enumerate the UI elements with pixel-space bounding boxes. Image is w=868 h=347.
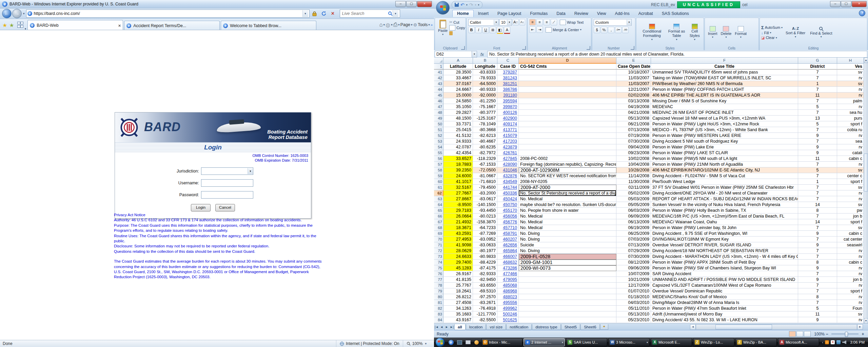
header-cell[interactable]: Case ID: [497, 64, 519, 69]
scroll-left-icon[interactable]: ◄: [690, 324, 696, 330]
refresh-button[interactable]: [320, 9, 328, 18]
case-open-date-cell[interactable]: 11/03/2007: [616, 81, 651, 87]
taskbar-button-dropdown-icon[interactable]: ▾: [562, 341, 563, 344]
vertical-scrollbar[interactable]: ▲ ▼: [864, 58, 868, 324]
latitude-cell[interactable]: 33.6527: [443, 156, 473, 162]
district-cell[interactable]: 7: [798, 127, 837, 133]
case-open-date-cell[interactable]: 06/21/2008: [616, 121, 651, 127]
district-cell[interactable]: 14: [798, 202, 837, 208]
latitude-cell[interactable]: 48.1500: [443, 116, 473, 121]
row-header-43[interactable]: 43: [434, 81, 443, 87]
case-open-date-cell[interactable]: 06/13/2009: [616, 219, 651, 225]
vessel-cell[interactable]: rv: [837, 294, 864, 300]
row-header-70[interactable]: 70: [434, 237, 443, 242]
latitude-cell[interactable]: 41.5132: [443, 133, 473, 139]
case-open-date-cell[interactable]: 04/19/2008: [616, 104, 651, 110]
longitude-cell[interactable]: -158.3870: [473, 219, 497, 225]
fill-color-button[interactable]: ◧: [497, 27, 503, 34]
vessel-cell[interactable]: sea: [837, 139, 864, 144]
longitude-cell[interactable]: -82.9450: [473, 277, 497, 283]
latitude-cell[interactable]: 33.7371: [443, 121, 473, 127]
longitude-cell[interactable]: -82.7972: [473, 150, 497, 156]
vessel-cell[interactable]: sport f: [837, 179, 864, 185]
column-header-C[interactable]: C: [497, 58, 519, 64]
case-id-link[interactable]: 434549: [497, 179, 519, 185]
decrease-indent-button[interactable]: ⇤: [529, 26, 536, 33]
case-title-cell[interactable]: 406 MHZ EPIRB/ THE ALERT IS IN GUATEMALA…: [651, 93, 798, 98]
cancel-button[interactable]: Cancel: [215, 204, 235, 211]
case-open-date-cell[interactable]: 06/09/2009: [616, 213, 651, 219]
row-header-50[interactable]: 50: [434, 121, 443, 127]
excel-restore-button[interactable]: ▢: [841, 1, 851, 7]
case-title-cell[interactable]: MEDICO - FL 7837NF (US >3nm, <12nm) - Wh…: [651, 127, 798, 133]
case-id-link[interactable]: 458791: [497, 231, 519, 237]
case-open-date-cell[interactable]: 03/13/2008: [616, 98, 651, 104]
header-cell[interactable]: Longitude: [473, 64, 497, 69]
ribbon-tab-home[interactable]: Home: [452, 10, 474, 17]
taskbar-button-dropdown-icon[interactable]: ▾: [647, 341, 648, 344]
row-header-58[interactable]: 58: [434, 167, 443, 173]
vessel-cell[interactable]: rv: [837, 162, 864, 167]
district-cell[interactable]: 9: [798, 150, 837, 156]
cg542-comments-cell[interactable]: [519, 277, 616, 283]
case-title-cell[interactable]: MEDEVAC/16ft P/C (US >3nm, <12nm)//5nm E…: [651, 213, 798, 219]
quicklaunch-ie-icon[interactable]: e: [447, 339, 455, 346]
home-dropdown-icon[interactable]: ▾: [383, 23, 385, 26]
number-format-combo[interactable]: Custom▾: [594, 19, 632, 26]
row-header-83[interactable]: 83: [434, 311, 443, 317]
column-header-B[interactable]: B: [473, 58, 497, 64]
vessel-cell[interactable]: sv: [837, 311, 864, 317]
case-title-cell[interactable]: Sunken Vessel/ In the vicinity of Nuku H…: [651, 202, 798, 208]
latitude-cell[interactable]: 24.9333: [443, 139, 473, 144]
case-id-link[interactable]: 466007: [497, 254, 519, 260]
latitude-cell[interactable]: 26.8212: [443, 294, 473, 300]
excel-minimize-button[interactable]: –: [830, 1, 841, 7]
header-cell[interactable]: CG-542 Cmts: [519, 64, 616, 69]
next-sheet-icon[interactable]: ►: [444, 325, 449, 329]
longitude-cell[interactable]: -80.3777: [473, 110, 497, 116]
longitude-cell[interactable]: -76.4918: [473, 306, 497, 311]
longitude-cell[interactable]: -80.6235: [473, 144, 497, 150]
case-id-link[interactable]: 432876: [497, 173, 519, 179]
back-button[interactable]: ←: [2, 9, 12, 18]
district-cell[interactable]: 7: [798, 139, 837, 144]
cg542-comments-cell[interactable]: [519, 69, 616, 75]
row-header-47[interactable]: 47: [434, 104, 443, 110]
vessel-cell[interactable]: purs: [837, 116, 864, 121]
format-painter-button[interactable]: [449, 31, 465, 35]
column-header-F[interactable]: F: [651, 58, 798, 64]
district-cell[interactable]: 9: [798, 265, 837, 271]
district-cell[interactable]: 8: [798, 260, 837, 265]
taskbar-clock[interactable]: 3:06 PM: [848, 340, 867, 344]
longitude-cell[interactable]: -82.5500: [473, 317, 497, 323]
case-id-link[interactable]: 460207: [497, 237, 519, 242]
district-cell[interactable]: 11: [798, 311, 837, 317]
district-cell[interactable]: 7: [798, 225, 837, 231]
forward-button[interactable]: →: [12, 9, 22, 18]
case-title-cell[interactable]: MEDIVAC 26 NM EAST OF PONCE INLET: [651, 110, 798, 116]
longitude-cell[interactable]: -79.4500: [473, 185, 497, 190]
cg542-comments-cell[interactable]: Foreign flag (dominican republic), Capsi…: [519, 162, 616, 167]
cg542-comments-cell[interactable]: [519, 294, 616, 300]
tray-chevron-icon[interactable]: ‹: [822, 340, 824, 344]
case-open-date-cell[interactable]: 07/29/2009: [616, 248, 651, 254]
favorites-star-icon[interactable]: ★: [2, 22, 7, 28]
latitude-cell[interactable]: 42.4354: [443, 150, 473, 156]
latitude-cell[interactable]: 15.0000: [443, 93, 473, 98]
case-open-date-cell[interactable]: 01/18/2010: [616, 294, 651, 300]
case-id-link[interactable]: 450750: [497, 202, 519, 208]
case-open-date-cell[interactable]: 05/13/2010: [616, 311, 651, 317]
address-bar[interactable]: e https://bard.cns-inc.com/ ▾: [26, 9, 310, 18]
case-id-link[interactable]: 501625: [497, 317, 519, 323]
row-header-53[interactable]: 53: [434, 139, 443, 144]
header-cell[interactable]: Latitude: [443, 64, 473, 69]
cg542-comments-cell[interactable]: 2008-NY-0205: [519, 179, 616, 185]
row-header-67[interactable]: 67: [434, 219, 443, 225]
district-cell[interactable]: 7: [798, 288, 837, 294]
vessel-cell[interactable]: rv: [837, 317, 864, 323]
district-cell[interactable]: 5: [798, 167, 837, 173]
vessel-cell[interactable]: rv: [837, 144, 864, 150]
case-id-link[interactable]: 473286: [497, 265, 519, 271]
district-cell[interactable]: 7: [798, 162, 837, 167]
district-cell[interactable]: 7: [798, 87, 837, 93]
